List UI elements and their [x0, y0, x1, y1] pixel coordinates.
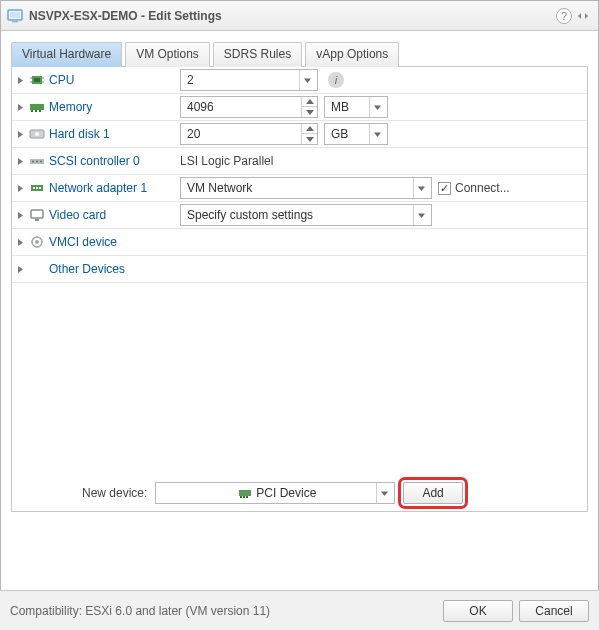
stepper-arrows[interactable]: [301, 97, 317, 117]
disk-value: 20: [187, 127, 200, 141]
tab-vapp-options[interactable]: vApp Options: [305, 42, 399, 67]
new-device-label: New device:: [82, 486, 147, 500]
expand-icon[interactable]: [16, 103, 25, 112]
svg-point-26: [35, 240, 39, 244]
titlebar-left: NSVPX-ESX-DEMO - Edit Settings: [7, 8, 222, 24]
svg-rect-33: [243, 496, 245, 498]
expand-icon[interactable]: [16, 184, 25, 193]
tab-sdrs-rules[interactable]: SDRS Rules: [213, 42, 302, 67]
svg-rect-21: [36, 187, 38, 189]
cpu-label-text: CPU: [49, 73, 74, 87]
connect-checkbox[interactable]: ✓ Connect...: [438, 181, 510, 195]
video-value-cell: Specify custom settings: [180, 204, 581, 226]
row-cpu: CPU 2 i: [12, 67, 587, 94]
vm-icon: [7, 8, 23, 24]
memory-unit-dropdown[interactable]: MB: [324, 96, 388, 118]
svg-rect-23: [31, 210, 43, 218]
network-label-text: Network adapter 1: [49, 181, 147, 195]
svg-rect-9: [30, 104, 44, 110]
cpu-dropdown[interactable]: 2: [180, 69, 318, 91]
expand-icon[interactable]: [16, 76, 25, 85]
memory-value: 4096: [187, 100, 214, 114]
add-button[interactable]: Add: [403, 482, 462, 504]
row-disk: Hard disk 1 20 GB: [12, 121, 587, 148]
expand-icon[interactable]: [16, 157, 25, 166]
svg-rect-24: [35, 219, 39, 221]
grid-filler: [12, 283, 587, 475]
row-network: Network adapter 1 VM Network ✓ Connect..…: [12, 175, 587, 202]
footer-buttons: OK Cancel: [443, 600, 589, 622]
video-dropdown[interactable]: Specify custom settings: [180, 204, 432, 226]
expand-icon[interactable]: [16, 211, 25, 220]
cpu-icon: [29, 73, 45, 87]
blank-icon: [29, 262, 45, 276]
svg-rect-1: [10, 12, 20, 18]
svg-rect-32: [240, 496, 242, 498]
other-label-text: Other Devices: [49, 262, 125, 276]
stepper-arrows[interactable]: [301, 124, 317, 144]
svg-rect-20: [33, 187, 35, 189]
network-value-cell: VM Network ✓ Connect...: [180, 177, 581, 199]
disk-label-text: Hard disk 1: [49, 127, 110, 141]
help-icon[interactable]: ?: [556, 8, 572, 24]
row-video: Video card Specify custom settings: [12, 202, 587, 229]
label-disk[interactable]: Hard disk 1: [16, 127, 180, 141]
label-scsi[interactable]: SCSI controller 0: [16, 154, 180, 168]
new-device-dropdown[interactable]: PCI Device: [155, 482, 395, 504]
disk-stepper[interactable]: 20: [180, 123, 318, 145]
chevron-down-icon: [413, 178, 429, 198]
memory-unit: MB: [331, 100, 349, 114]
svg-rect-10: [31, 110, 33, 112]
label-video[interactable]: Video card: [16, 208, 180, 222]
svg-rect-22: [39, 187, 41, 189]
content-area: Virtual Hardware VM Options SDRS Rules v…: [1, 31, 598, 512]
tab-virtual-hardware[interactable]: Virtual Hardware: [11, 42, 122, 67]
expand-arrows-icon[interactable]: [576, 9, 590, 23]
new-device-value: PCI Device: [256, 486, 316, 500]
label-cpu[interactable]: CPU: [16, 73, 180, 87]
chevron-down-icon: [413, 205, 429, 225]
svg-rect-12: [39, 110, 41, 112]
memory-label-text: Memory: [49, 100, 92, 114]
video-label-text: Video card: [49, 208, 106, 222]
cpu-value-cell: 2 i: [180, 69, 581, 91]
chevron-down-icon: [376, 483, 392, 503]
network-value: VM Network: [187, 181, 252, 195]
expand-icon[interactable]: [16, 130, 25, 139]
label-memory[interactable]: Memory: [16, 100, 180, 114]
label-network[interactable]: Network adapter 1: [16, 181, 180, 195]
disk-value-cell: 20 GB: [180, 123, 581, 145]
disk-unit: GB: [331, 127, 348, 141]
scsi-value-cell: LSI Logic Parallel: [180, 154, 581, 168]
expand-icon[interactable]: [16, 238, 25, 247]
label-vmci[interactable]: VMCI device: [16, 235, 180, 249]
tab-vm-options[interactable]: VM Options: [125, 42, 210, 67]
info-icon[interactable]: i: [328, 72, 344, 88]
cancel-button[interactable]: Cancel: [519, 600, 589, 622]
window-title: NSVPX-ESX-DEMO - Edit Settings: [29, 9, 222, 23]
svg-rect-4: [34, 78, 40, 82]
network-dropdown[interactable]: VM Network: [180, 177, 432, 199]
video-value: Specify custom settings: [187, 208, 313, 222]
titlebar-right: ?: [556, 8, 590, 24]
tabstrip: Virtual Hardware VM Options SDRS Rules v…: [11, 41, 588, 67]
svg-point-18: [40, 161, 42, 163]
vmci-icon: [29, 235, 45, 249]
scsi-label-text: SCSI controller 0: [49, 154, 140, 168]
memory-stepper[interactable]: 4096: [180, 96, 318, 118]
ok-button[interactable]: OK: [443, 600, 513, 622]
cpu-value: 2: [187, 73, 194, 87]
row-scsi: SCSI controller 0 LSI Logic Parallel: [12, 148, 587, 175]
label-other[interactable]: Other Devices: [16, 262, 180, 276]
vmci-label-text: VMCI device: [49, 235, 117, 249]
pci-icon: [238, 487, 252, 499]
disk-unit-dropdown[interactable]: GB: [324, 123, 388, 145]
checkbox-icon: ✓: [438, 182, 451, 195]
svg-rect-2: [12, 21, 18, 23]
row-other: Other Devices: [12, 256, 587, 283]
expand-icon[interactable]: [16, 265, 25, 274]
svg-point-17: [36, 161, 38, 163]
svg-point-14: [35, 132, 39, 136]
scsi-value: LSI Logic Parallel: [180, 154, 273, 168]
network-icon: [29, 181, 45, 195]
